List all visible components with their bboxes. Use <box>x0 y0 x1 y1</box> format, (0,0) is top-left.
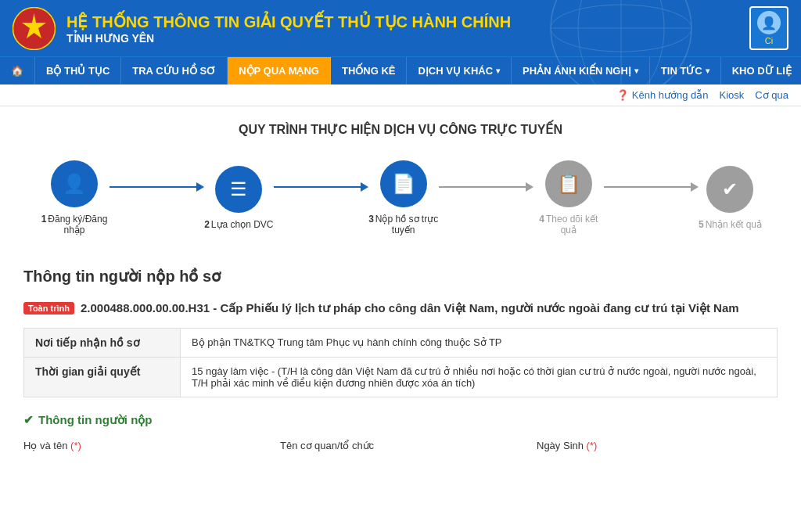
arrow-icon <box>526 182 533 192</box>
required-icon: (*) <box>70 440 81 451</box>
step-1-circle: 👤 <box>51 160 98 207</box>
ho-ten-label: Họ và tên (*) <box>23 440 264 451</box>
step-4-label: 4Theo dõi kết quả <box>533 214 604 235</box>
table-row: Thời gian giải quyết 15 ngày làm việc - … <box>24 358 778 397</box>
connector-4-5 <box>604 182 699 192</box>
form-group-ten-co-quan: Tên cơ quan/tổ chức <box>280 440 521 455</box>
submitter-label: Thông tin người nộp <box>38 413 152 427</box>
nav-item-bo-thu-tuc[interactable]: BỘ THỦ TỤC <box>35 57 121 84</box>
service-title: Toàn trình 2.000488.000.00.00.H31 - Cấp … <box>23 301 778 315</box>
step-1-label: 1Đăng ký/Đăng nhập <box>39 214 110 235</box>
process-title: QUY TRÌNH THỰC HIỆN DỊCH VỤ CÔNG TRỰC TU… <box>23 122 778 137</box>
secondary-link-kiosk[interactable]: Kiosk <box>720 89 745 101</box>
submitter-section-title: ✔ Thông tin người nộp <box>23 413 778 427</box>
nav-bar: 🏠 BỘ THỦ TỤC TRA CỨU HỒ SƠ NỘP QUA MẠNG … <box>0 56 801 84</box>
noi-tiep-nhan-label: Nơi tiếp nhận hồ sơ <box>24 329 181 358</box>
noi-tiep-nhan-value: Bộ phận TN&TKQ Trung tâm Phục vụ hành ch… <box>181 329 778 358</box>
thoi-gian-label: Thời gian giải quyết <box>24 358 181 397</box>
step-3-label: 3Nộp hồ sơ trực tuyến <box>368 214 439 235</box>
steps-container: 👤 1Đăng ký/Đăng nhập ☰ 2Lựa chọn DVC 📄 3… <box>23 160 778 235</box>
table-row: Nơi tiếp nhận hồ sơ Bộ phận TN&TKQ Trung… <box>24 329 778 358</box>
nav-item-tin-tuc[interactable]: TIN TỨC ▾ <box>650 57 721 84</box>
connector-line <box>604 186 691 188</box>
required-icon: (*) <box>587 440 598 451</box>
info-table: Nơi tiếp nhận hồ sơ Bộ phận TN&TKQ Trung… <box>23 328 778 397</box>
question-icon: ❓ <box>616 89 629 101</box>
secondary-link-kenh-huong-dan[interactable]: ❓ Kênh hướng dẫn <box>616 89 709 101</box>
nav-item-nop-qua-mang[interactable]: NỘP QUA MẠNG <box>228 57 331 84</box>
check-icon: ✔ <box>23 413 34 427</box>
step-4: 📋 4Theo dõi kết quả <box>533 160 604 235</box>
logo <box>13 7 56 50</box>
connector-3-4 <box>439 182 533 192</box>
step-1: 👤 1Đăng ký/Đăng nhập <box>39 160 110 235</box>
chevron-down-icon: ▾ <box>634 66 638 75</box>
header-title-main: HỆ THỐNG THÔNG TIN GIẢI QUYẾT THỦ TỤC HÀ… <box>66 12 749 32</box>
step-4-circle: 📋 <box>545 160 592 207</box>
step-2-circle: ☰ <box>215 166 262 213</box>
step-2-label: 2Lựa chọn DVC <box>204 219 273 230</box>
header-title-block: HỆ THỐNG THÔNG TIN GIẢI QUYẾT THỦ TỤC HÀ… <box>66 12 749 45</box>
step-5: ✔ 5Nhận kết quả <box>699 166 762 230</box>
nav-item-kho-du-lieu[interactable]: KHO DỮ LIỆ <box>721 57 801 84</box>
form-fields-row: Họ và tên (*) Tên cơ quan/tổ chức Ngày S… <box>23 440 778 455</box>
connector-1-2 <box>110 182 204 192</box>
avatar-label: Ci <box>765 36 773 45</box>
step-5-label: 5Nhận kết quả <box>699 219 762 230</box>
arrow-icon <box>361 182 368 192</box>
arrow-icon <box>691 182 699 192</box>
thoi-gian-value: 15 ngày làm việc - (T/H là công dân Việt… <box>181 358 778 397</box>
connector-line <box>439 186 526 188</box>
nav-item-dich-vu-khac[interactable]: DỊCH VỤ KHÁC ▾ <box>407 57 512 84</box>
step-5-circle: ✔ <box>706 166 753 213</box>
ten-co-quan-label: Tên cơ quan/tổ chức <box>280 440 521 451</box>
badge-toan-trinh: Toàn trình <box>23 302 74 315</box>
connector-2-3 <box>274 182 368 192</box>
nav-item-phan-anh[interactable]: PHẢN ÁNH KIẾN NGHỊ ▾ <box>512 57 650 84</box>
secondary-bar: ❓ Kênh hướng dẫn Kiosk Cơ qua <box>0 84 801 106</box>
section-title: Thông tin người nộp hồ sơ <box>23 267 778 286</box>
form-group-ho-ten: Họ và tên (*) <box>23 440 264 455</box>
connector-line <box>274 186 361 188</box>
main-content: QUY TRÌNH THỰC HIỆN DỊCH VỤ CÔNG TRỰC TU… <box>0 106 801 478</box>
header-title-sub: TỈNH HƯNG YÊN <box>66 32 749 45</box>
secondary-link-co-qua[interactable]: Cơ qua <box>755 89 788 101</box>
step-3-circle: 📄 <box>380 160 427 207</box>
avatar-image: 👤 <box>757 11 781 34</box>
step-3: 📄 3Nộp hồ sơ trực tuyến <box>368 160 439 235</box>
nav-item-home[interactable]: 🏠 <box>0 57 35 84</box>
form-group-ngay-sinh: Ngày Sinh (*) <box>537 440 778 455</box>
header: HỆ THỐNG THÔNG TIN GIẢI QUYẾT THỦ TỤC HÀ… <box>0 0 801 56</box>
nav-item-thong-ke[interactable]: THỐNG KÊ <box>331 57 408 84</box>
ngay-sinh-label: Ngày Sinh (*) <box>537 440 778 451</box>
chevron-down-icon: ▾ <box>706 66 709 75</box>
step-2: ☰ 2Lựa chọn DVC <box>204 166 273 230</box>
avatar[interactable]: 👤 Ci <box>749 6 788 50</box>
nav-item-tra-cuu[interactable]: TRA CỨU HỒ SƠ <box>121 57 228 84</box>
service-name: 2.000488.000.00.00.H31 - Cấp Phiếu lý lị… <box>81 301 739 315</box>
chevron-down-icon: ▾ <box>496 66 500 75</box>
connector-line <box>110 186 197 188</box>
arrow-icon <box>196 182 204 192</box>
